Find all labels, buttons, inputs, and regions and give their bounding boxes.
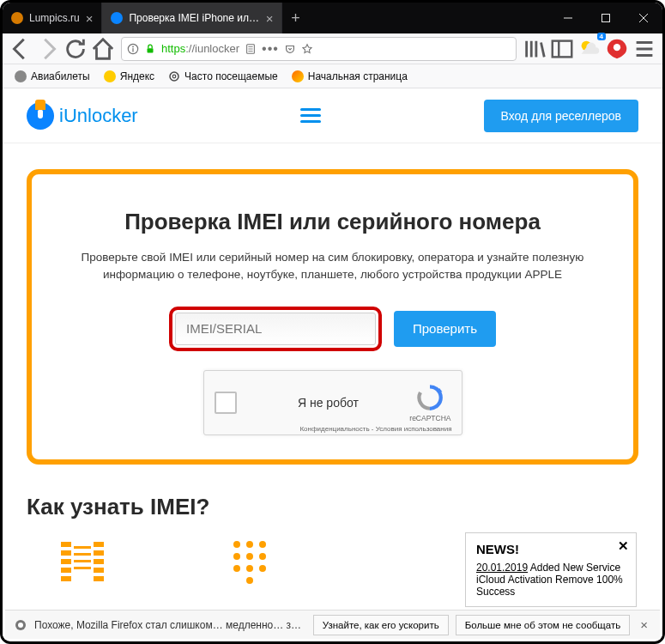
notification-message: Похоже, Mozilla Firefox стал слишком… ме… [34,619,306,631]
page-content: iUnlocker Вход для реселлеров Проверка I… [3,88,662,640]
library-icon[interactable] [522,36,547,62]
home-button[interactable] [90,36,116,62]
window-titlebar: Lumpics.ru × Проверка IMEI iPhone или Se… [3,3,662,33]
svg-point-23 [170,72,178,81]
bookmark-favicon-icon [292,70,304,82]
svg-rect-1 [602,15,610,22]
forward-button[interactable] [35,36,61,62]
sidebar-icon[interactable] [549,36,575,62]
tab-title: Lumpics.ru [29,12,80,24]
site-header: iUnlocker Вход для реселлеров [3,88,662,143]
svg-point-24 [172,75,176,78]
browser-navbar: https://iunlocker ••• 4 [3,33,662,64]
svg-rect-16 [553,40,572,57]
notification-close-icon[interactable]: × [637,617,651,632]
site-logo[interactable]: iUnlocker [27,102,138,130]
svg-point-45 [246,577,253,584]
menu-button[interactable] [632,36,657,62]
star-icon[interactable] [301,43,313,55]
bookmark-item[interactable]: Начальная страница [287,68,413,85]
minimize-button[interactable] [549,3,587,33]
bookmarks-toolbar: Авиабилеты Яндекс Часто посещаемые Начал… [3,64,662,88]
reseller-login-button[interactable]: Вход для реселлеров [484,100,638,132]
recaptcha-label: Я не робот [247,396,410,410]
weather-badge: 4 [597,33,606,40]
svg-point-47 [18,623,23,628]
bookmark-label: Часто посещаемые [184,70,278,82]
reload-button[interactable] [63,36,88,62]
tab-title: Проверка IMEI iPhone или Ser [129,12,259,24]
bookmark-item[interactable]: Авиабилеты [9,68,95,85]
svg-point-5 [132,46,134,47]
navbar-right: 4 [522,36,657,62]
learn-more-button[interactable]: Узнайте, как его ускорить [313,615,449,635]
check-form: Проверить [57,307,608,351]
svg-point-42 [233,565,240,572]
tab-close-icon[interactable]: × [86,11,94,26]
bookmark-favicon-icon [104,70,116,82]
news-popup: ✕ NEWS! 20.01.2019 Added New Service iCl… [465,532,637,607]
bookmark-label: Яндекс [120,70,154,82]
info-icon[interactable] [127,43,139,55]
gear-icon [168,70,180,82]
more-icon[interactable]: ••• [262,41,279,57]
svg-point-43 [246,565,253,572]
browser-tab[interactable]: Lumpics.ru × [3,3,102,33]
svg-rect-34 [74,560,91,562]
bookmark-item[interactable]: Часто посещаемые [163,68,283,85]
svg-rect-7 [148,48,154,52]
svg-point-41 [259,553,266,560]
svg-rect-6 [132,48,133,52]
url-text: https://iunlocker [161,42,239,55]
recaptcha-links[interactable]: Конфиденциальность - Условия использован… [299,425,451,433]
tab-close-icon[interactable]: × [266,11,274,26]
bookmark-label: Авиабилеты [31,70,90,82]
settings-list-icon [61,538,121,585]
logo-icon [27,102,54,130]
recaptcha-checkbox[interactable] [215,392,237,414]
hero-subtitle: Проверьте свой IMEI или серийный номер н… [57,249,608,284]
bookmark-label: Начальная страница [308,70,408,82]
hamburger-menu-icon[interactable] [300,105,321,126]
browser-tabs: Lumpics.ru × Проверка IMEI iPhone или Se… [3,3,549,33]
slow-startup-notification: Похоже, Mozilla Firefox стал слишком… ме… [5,610,660,639]
url-bar[interactable]: https://iunlocker ••• [121,37,517,61]
check-button[interactable]: Проверить [394,311,496,347]
browser-tab[interactable]: Проверка IMEI iPhone или Ser × [102,3,282,33]
svg-line-15 [541,42,545,57]
news-close-icon[interactable]: ✕ [618,538,629,554]
svg-point-39 [233,553,240,560]
logo-text: iUnlocker [59,105,138,127]
new-tab-button[interactable]: + [282,3,308,33]
bookmark-item[interactable]: Яндекс [99,68,160,85]
svg-rect-33 [74,553,91,556]
window-controls [549,3,662,33]
bookmark-favicon-icon [15,70,27,82]
svg-point-37 [246,541,253,548]
hero-title: Проверка IMEI или серийного номера [57,209,608,235]
reader-mode-icon[interactable] [245,43,257,55]
imei-input[interactable] [175,313,376,345]
dismiss-button[interactable]: Больше мне об этом не сообщать [456,615,631,635]
news-body: 20.01.2019 Added New Service iCloud Acti… [476,562,626,598]
news-heading: NEWS! [476,542,626,556]
maximize-button[interactable] [587,3,625,33]
svg-point-36 [233,541,240,548]
svg-point-40 [246,553,253,560]
pocket-icon[interactable] [284,43,296,55]
favicon-icon [111,12,123,24]
svg-point-19 [614,44,620,51]
dialpad-icon [224,538,284,585]
lock-icon [144,43,156,55]
svg-rect-35 [74,567,91,569]
extension-icon[interactable] [604,36,630,62]
weather-extension-icon[interactable]: 4 [577,36,602,62]
favicon-icon [11,12,23,24]
notification-icon [14,618,27,632]
hero-panel: Проверка IMEI или серийного номера Прове… [27,169,638,465]
svg-rect-32 [74,546,91,549]
close-button[interactable] [625,3,662,33]
section-title: Как узнать IMEI? [27,494,638,520]
svg-point-38 [259,541,266,548]
back-button[interactable] [8,36,33,62]
